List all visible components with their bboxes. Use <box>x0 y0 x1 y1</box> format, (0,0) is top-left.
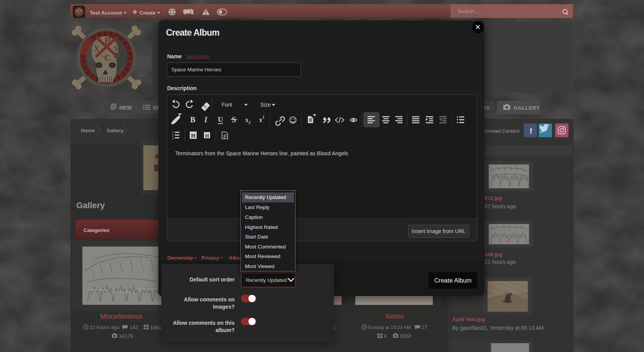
svg-text:1: 1 <box>172 131 174 134</box>
svg-text:H: H <box>205 133 209 138</box>
svg-text:x: x <box>259 117 262 123</box>
svg-text:H: H <box>191 133 196 139</box>
svg-text:3: 3 <box>172 137 174 140</box>
svg-text:U: U <box>218 115 223 123</box>
svg-text:2: 2 <box>263 115 264 119</box>
svg-text:2: 2 <box>172 134 174 137</box>
svg-text:I: I <box>204 115 208 124</box>
svg-text:Size: Size <box>260 102 271 108</box>
svg-text:x: x <box>245 117 248 123</box>
svg-text:Font: Font <box>222 102 232 108</box>
svg-text:B: B <box>190 115 195 124</box>
svg-text:2: 2 <box>249 120 251 125</box>
